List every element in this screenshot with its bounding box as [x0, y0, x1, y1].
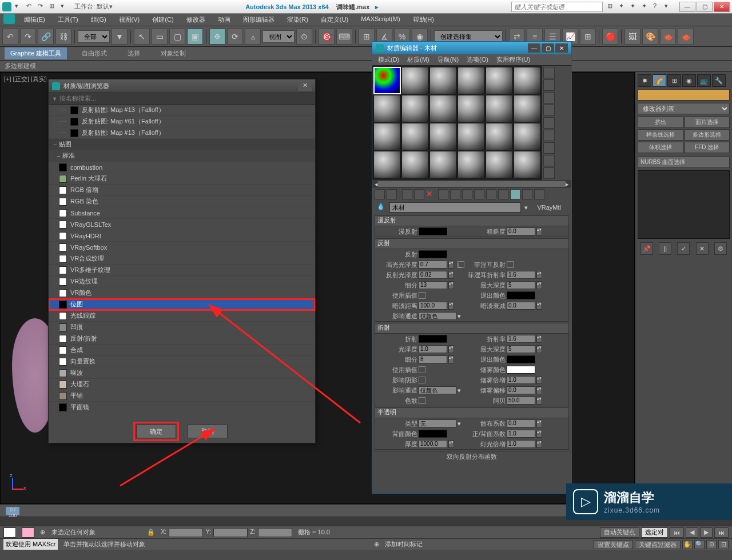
tab-paint[interactable]: 对象绘制	[155, 47, 192, 59]
btn-patch-select[interactable]: 面片选择	[685, 117, 730, 128]
app-menu-icon[interactable]	[3, 14, 15, 24]
play-next-icon[interactable]: ⏭	[714, 527, 729, 538]
menu-view[interactable]: 视图(V)	[113, 14, 146, 26]
tab-utility-icon[interactable]: 🔧	[712, 74, 726, 87]
keymode-icon[interactable]: ⌨	[336, 29, 352, 45]
browser-close-button[interactable]: ✕	[298, 82, 312, 91]
menu-grapheditors[interactable]: 图形编辑器	[237, 14, 280, 26]
stack-controls[interactable]: 📌||✓✕⚙	[638, 242, 730, 255]
color-swatch[interactable]	[22, 527, 34, 538]
scope-select[interactable]: 全部	[78, 30, 110, 43]
matedit-toolbar[interactable]: ✕	[372, 188, 571, 201]
ok-button[interactable]: 确定	[136, 425, 176, 438]
menu-rendering[interactable]: 渲染(R)	[281, 14, 314, 26]
play-prev-icon[interactable]: ⏮	[670, 527, 684, 538]
material-editor-icon[interactable]: 🔴	[602, 29, 618, 45]
main-toolbar[interactable]: ↶ ↷ 🔗 ⛓ 全部 ▼ ↖ ▭ ▢ ▣ ✥ ⟳ ▵ 视图 ⊙ 🎯 ⌨ ⊞ ∡ …	[0, 26, 732, 47]
link-icon[interactable]: 🔗	[38, 29, 54, 45]
menu-bar[interactable]: 编辑(E) 工具(T) 组(G) 视图(V) 创建(C) 修改器 动画 图形编辑…	[0, 14, 732, 26]
addtime-label[interactable]: 添加时间标记	[385, 540, 423, 549]
workspace-selector[interactable]: 工作台: 默认	[74, 2, 109, 11]
modifier-stack[interactable]	[638, 170, 730, 239]
search-input[interactable]	[511, 2, 603, 12]
keyfilter-button[interactable]: 关键点过滤器	[635, 540, 681, 549]
select-icon[interactable]: ↖	[134, 29, 150, 45]
refcoord-select[interactable]: 视图	[262, 30, 295, 43]
pivot-icon[interactable]: ⊙	[296, 29, 312, 45]
play-icon[interactable]: ▶	[700, 527, 713, 538]
tab-modify-icon[interactable]: 🌈	[653, 74, 666, 87]
matedit-titlebar[interactable]: 材质编辑器 - 木材 — ▢ ✕	[372, 42, 571, 54]
tab-create-icon[interactable]: ✹	[638, 74, 651, 87]
render-setup-icon[interactable]: 🖼	[624, 29, 640, 45]
btn-extrude[interactable]: 挤出	[638, 117, 683, 128]
redo-icon[interactable]: ↷	[20, 29, 36, 45]
scale-icon[interactable]: ▵	[245, 29, 261, 45]
browser-titlebar[interactable]: 材质/贴图浏览器 ✕	[49, 79, 315, 93]
select-window-icon[interactable]: ▣	[187, 29, 203, 45]
slot-side-icons[interactable]	[542, 66, 556, 180]
command-panel[interactable]: ✹ 🌈 ⊞ ◉ 📺 🔧 修改器列表 挤出 面片选择 样条线选择 多边形选择 体积…	[635, 72, 732, 504]
setkey-button[interactable]: 设置关键点	[594, 540, 633, 549]
window-controls[interactable]: — ▢ ✕	[679, 2, 730, 12]
sample-slots-area[interactable]	[372, 66, 571, 180]
tab-motion-icon[interactable]: ◉	[682, 74, 696, 87]
color-picker-icon[interactable]	[3, 527, 16, 538]
browser-list[interactable]: ┄┄反射贴图: Map #13（Falloff） ┄┄反射贴图: Map #61…	[49, 105, 315, 420]
undo-icon[interactable]: ↶	[2, 29, 18, 45]
sample-slot[interactable]	[373, 67, 401, 94]
cancel-button[interactable]: 取消	[188, 425, 228, 438]
material-name-row[interactable]: 💧 ▾ VRayMtl	[372, 201, 571, 214]
unlink-icon[interactable]: ⛓	[55, 29, 71, 45]
play-back-icon[interactable]: ◀	[686, 527, 698, 538]
menu-tools[interactable]: 工具(T)	[52, 14, 84, 26]
manip-icon[interactable]: 🎯	[319, 29, 335, 45]
tab-hierarchy-icon[interactable]: ⊞	[667, 74, 681, 87]
slot-scrollbar[interactable]: ◂▸	[372, 180, 571, 188]
graphite-ribbon[interactable]: Graphite 建模工具 自由形式 选择 对象绘制	[0, 47, 732, 61]
diffuse-swatch[interactable]	[419, 227, 447, 235]
qat-icons[interactable]: ▾↶↷⊞▾	[15, 2, 70, 11]
autokey-button[interactable]: 自动关键点	[600, 527, 639, 538]
max-button[interactable]: ▢	[542, 43, 554, 53]
menu-create[interactable]: 创建(C)	[146, 14, 179, 26]
render-icon[interactable]: 🫖	[660, 29, 676, 45]
select-name-icon[interactable]: ▭	[152, 29, 168, 45]
modifier-list[interactable]: 修改器列表	[638, 103, 730, 114]
btn-poly-select[interactable]: 多边形选择	[685, 129, 730, 141]
tab-selection[interactable]: 选择	[122, 47, 146, 59]
close-button[interactable]: ✕	[555, 43, 568, 53]
object-name-field[interactable]	[638, 89, 730, 101]
render-frame-icon[interactable]: 🎨	[642, 29, 658, 45]
map-item-bitmap[interactable]: 位图	[49, 299, 315, 310]
menu-edit[interactable]: 编辑(E)	[18, 14, 51, 26]
help-icons[interactable]: ⊞✦✦✦?▾	[607, 2, 674, 11]
nav-pan-icon[interactable]: ✋	[682, 540, 693, 549]
menu-maxscript[interactable]: MAXScript(M)	[355, 14, 405, 26]
menu-group[interactable]: 组(G)	[85, 14, 112, 26]
selset-button[interactable]: 选定对	[641, 527, 668, 538]
btn-ffd-select[interactable]: FFD 选择	[685, 142, 730, 153]
nav-orbit-icon[interactable]: ⊙	[706, 540, 717, 549]
coord-inputs[interactable]: X: Y: Z:	[161, 528, 292, 537]
roughness-spinner[interactable]: 0.0	[507, 227, 535, 235]
filter-icon[interactable]: ▼	[112, 29, 128, 45]
min-button[interactable]: —	[528, 43, 540, 53]
schematic-icon[interactable]: ⊞	[580, 29, 596, 45]
browser-search[interactable]: 按名称搜索...	[49, 93, 315, 105]
select-rect-icon[interactable]: ▢	[169, 29, 185, 45]
tab-graphite[interactable]: Graphite 建模工具	[5, 47, 67, 59]
viewport-label[interactable]: [+] [正交] [真实]	[4, 75, 47, 83]
tab-display-icon[interactable]: 📺	[697, 74, 711, 87]
tab-freeform[interactable]: 自由形式	[76, 47, 113, 59]
time-slider[interactable]: 0 / 100	[6, 507, 19, 515]
matedit-menu[interactable]: 模式(D) 材质(M) 导航(N) 选项(O) 实用程序(U)	[372, 54, 571, 66]
menu-customize[interactable]: 自定义(U)	[315, 14, 354, 26]
rotate-icon[interactable]: ⟳	[227, 29, 243, 45]
btn-vol-select[interactable]: 体积选择	[638, 142, 683, 153]
btn-nurbs[interactable]: NURBS 曲面选择	[638, 157, 730, 168]
material-type[interactable]: VRayMtl	[531, 204, 567, 211]
btn-spline-select[interactable]: 样条线选择	[638, 129, 683, 141]
menu-modifiers[interactable]: 修改器	[181, 14, 211, 26]
sample-slot[interactable]	[401, 67, 429, 94]
